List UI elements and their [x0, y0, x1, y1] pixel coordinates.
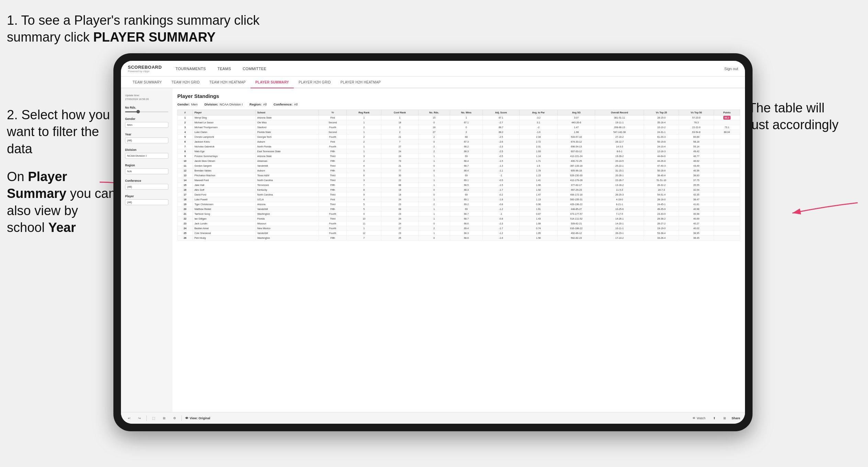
table-header-row: # Player School Yr Reg Rank Conf Rank No… [178, 110, 740, 115]
table-cell: -1 [483, 173, 520, 178]
col-rank: # [178, 110, 193, 115]
paste-btn[interactable]: ⊞ [161, 415, 168, 421]
table-cell: Vanderbilt [255, 231, 319, 236]
table-cell: 2 [418, 149, 450, 154]
table-cell: Fourth [319, 221, 347, 226]
year-select[interactable]: (All) First Second Third Fourth Fifth [125, 137, 168, 143]
subnav-player-h2h-heatmap[interactable]: PLAYER H2H HEATMAP [336, 77, 386, 88]
nav-committee[interactable]: COMMITTEE [237, 63, 272, 75]
table-cell: Fifth [319, 188, 347, 192]
table-cell: Arkansas [255, 159, 319, 164]
annotation-bottom: On Player Summary you can also view by s… [7, 168, 117, 236]
table-cell: 1.68 [519, 221, 557, 226]
table-cell: 6 [347, 173, 381, 178]
table-cell: 17-14-2 [595, 236, 644, 241]
grid-btn[interactable]: ⊞ [721, 415, 728, 421]
nav-tournaments[interactable]: TOURNAMENTS [170, 63, 211, 75]
table-cell: 26-25-3 [595, 192, 644, 197]
table-cell: -2.5 [483, 149, 520, 154]
table-cell [714, 168, 740, 173]
filter-region: Region: All [249, 102, 267, 106]
table-cell: Preston Summerhays [192, 154, 255, 159]
table-cell: 27 [418, 130, 450, 135]
annotation-step2: 2. Select how you want to filter the dat… [7, 107, 113, 157]
table-cell: 10-10-2 [644, 125, 679, 130]
table-cell: 69.1 [450, 178, 482, 183]
table-cell: 68.6 [450, 221, 482, 226]
table-cell: 10 [347, 216, 381, 221]
table-cell: 18 [178, 197, 193, 202]
table-cell: 698-54-13 [558, 144, 595, 149]
no-rds-slider[interactable] [125, 111, 168, 112]
table-cell: 38.95 [679, 231, 714, 236]
table-cell: 24-10-4 [644, 144, 679, 149]
sidebar: Update time: 27/03/2024 16:56:26 No Rds.… [121, 88, 173, 412]
table-cell: 4 [347, 164, 381, 168]
table-cell: 38.47 [679, 197, 714, 202]
table-cell: -2.3 [483, 144, 520, 149]
table-cell: 2.01 [519, 144, 557, 149]
player-select[interactable]: (All) [125, 199, 168, 205]
table-cell: Third [319, 154, 347, 159]
table-row: 3Michael ThorbjornsenStanfordFourth22180… [178, 125, 740, 130]
table-cell: 23 [178, 221, 193, 226]
table-cell: 21 [381, 164, 418, 168]
table-cell: 1.71 [519, 159, 557, 164]
watch-btn[interactable]: 👁 Watch [690, 415, 708, 421]
export-btn[interactable]: ⬆ [711, 415, 718, 421]
no-rds-section: No Rds. [125, 106, 168, 112]
redo-btn[interactable]: ↪ [136, 415, 143, 421]
year-section: Year (All) First Second Third Fourth Fif… [125, 133, 168, 143]
table-cell [714, 192, 740, 197]
share-btn[interactable]: Share [732, 416, 740, 420]
copy-btn[interactable]: ⬚ [150, 415, 157, 421]
table-cell: 19-11-1 [595, 120, 644, 125]
table-cell [714, 149, 740, 154]
division-select[interactable]: NCAA Division I NCAA Division II [125, 153, 168, 159]
nav-teams[interactable]: TEAMS [212, 63, 236, 75]
view-selector[interactable]: 👁 View: Original [185, 416, 210, 420]
sign-out-link[interactable]: Sign out [724, 67, 738, 71]
subnav-player-summary[interactable]: PLAYER SUMMARY [251, 77, 294, 88]
table-cell: 562-82-23 [558, 236, 595, 241]
table-cell: 1.79 [519, 168, 557, 173]
table-cell: 19-19-0 [644, 226, 679, 231]
table-cell: 69 [450, 154, 482, 159]
table-cell: 3.1 [519, 120, 557, 125]
conference-select[interactable]: (All) [125, 184, 168, 190]
table-cell: 674-33-12 [558, 140, 595, 144]
subnav-player-h2h-grid[interactable]: PLAYER H2H GRID [294, 77, 336, 88]
subnav-team-h2h-grid[interactable]: TEAM H2H GRID [167, 77, 204, 88]
table-cell: -2.5 [483, 135, 520, 140]
subnav-team-h2h-heatmap[interactable]: TEAM H2H HEATMAP [204, 77, 251, 88]
settings-btn[interactable]: ⚙ [171, 415, 178, 421]
table-cell: 406-172-16 [558, 192, 595, 197]
table-cell [714, 236, 740, 241]
table-cell: -1.2 [483, 231, 520, 236]
subnav-team-summary[interactable]: TEAM SUMMARY [128, 77, 167, 88]
table-cell: 68.6 [450, 236, 482, 241]
col-no-rds: No. Rds. [418, 110, 450, 115]
table-cell: 1 [418, 154, 450, 159]
table-cell: 9 [347, 192, 381, 197]
table-cell: Fifth [319, 168, 347, 173]
table-cell: 1 [450, 115, 482, 120]
col-reg-rank: Reg Rank [347, 110, 381, 115]
table-row: 11Gordon SargentVanderbiltThird421068.7-… [178, 164, 740, 168]
table-cell: 27-10-2 [595, 135, 644, 140]
table-cell: Ole Miss [255, 120, 319, 125]
col-vs-top25: Vs Top 25 [644, 110, 679, 115]
table-cell: Fourth [319, 135, 347, 140]
col-avg-to-par: Avg. to Par [519, 110, 557, 115]
table-cell: 18 [381, 120, 418, 125]
gender-label: Gender [125, 117, 168, 121]
gender-select[interactable]: Men Women [125, 122, 168, 128]
table-cell: 2 [347, 140, 381, 144]
table-area: Player Standings Gender: Men Division: N… [173, 88, 745, 412]
table-cell: 1.92 [519, 188, 557, 192]
region-select[interactable]: N/A All [125, 168, 168, 174]
table-body: 1Wenyi DingArizona StateFirst1115167.1-3… [178, 115, 740, 241]
table-cell: 22-22-0 [679, 125, 714, 130]
table-cell: 12-16-3 [644, 149, 679, 154]
undo-btn[interactable]: ↩ [126, 415, 133, 421]
